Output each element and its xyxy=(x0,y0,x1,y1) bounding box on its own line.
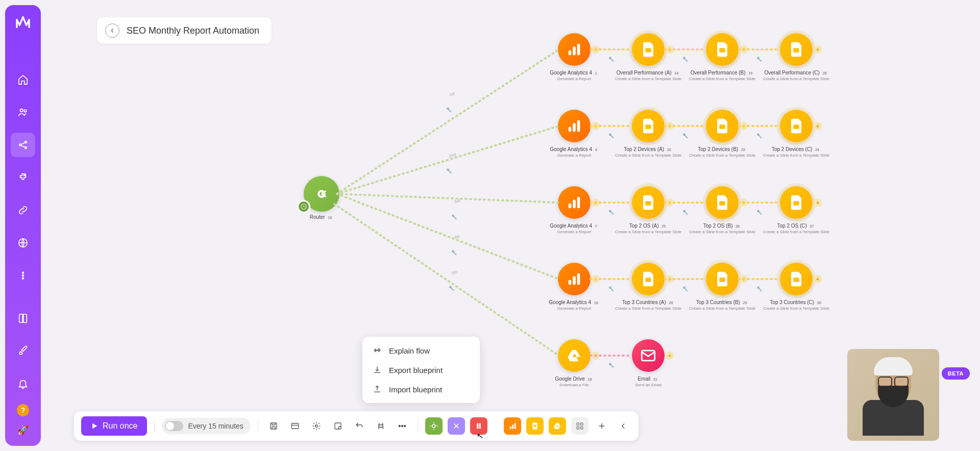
google-slides-module[interactable] xyxy=(706,186,739,219)
google-analytics-module[interactable] xyxy=(558,110,591,142)
app-favorites[interactable] xyxy=(571,417,589,435)
wrench-icmapper-icon[interactable]: 🔧 xyxy=(682,57,688,62)
google-slides-module[interactable] xyxy=(780,263,813,295)
more-options-button[interactable] xyxy=(394,418,410,434)
wrench-icmapper-icon[interactable]: 🔧 xyxy=(608,286,614,291)
wrench-icmapper-icon[interactable]: 🔧 xyxy=(446,168,452,173)
menu-explain-flow[interactable]: Explain flow xyxy=(362,341,480,360)
google-analytics-module[interactable] xyxy=(558,186,591,219)
menu-export-blueprint[interactable]: Export blueprint xyxy=(362,360,480,380)
sidebar: ? 🚀 xyxy=(5,5,41,446)
undo-button[interactable] xyxy=(351,418,368,434)
wrench-icmapper-icon[interactable]: 🔧 xyxy=(756,286,762,291)
wrench-icmapper-icon[interactable]: 🔧 xyxy=(756,210,762,215)
svg-rect-46 xyxy=(719,201,725,206)
google-slides-module[interactable] xyxy=(780,33,813,66)
add-module-button[interactable]: + xyxy=(814,275,822,283)
email-module[interactable] xyxy=(632,339,665,372)
connections xyxy=(46,5,975,446)
nav-launch[interactable] xyxy=(11,339,35,363)
nav-home[interactable] xyxy=(11,67,35,92)
nav-users[interactable] xyxy=(11,100,35,124)
wrench-icmapper-icon[interactable]: 🔧 xyxy=(682,210,688,215)
help-icon[interactable]: ? xyxy=(17,404,29,416)
nav-connections[interactable] xyxy=(11,198,35,222)
add-module-button[interactable]: + xyxy=(740,45,748,54)
add-module-button[interactable]: + xyxy=(592,352,600,360)
google-drive-module[interactable] xyxy=(558,339,591,372)
wrench-icmapper-icon[interactable]: 🔧 xyxy=(682,133,688,138)
google-slides-module[interactable] xyxy=(706,110,739,142)
google-slides-module[interactable] xyxy=(632,186,665,219)
add-module-button[interactable]: + xyxy=(740,198,748,207)
wrench-icmapper-icon[interactable]: 🔧 xyxy=(446,107,452,112)
wrench-icmapper-icon[interactable]: 🔧 xyxy=(756,133,762,138)
logo[interactable] xyxy=(14,13,32,32)
wrench-icmapper-icon[interactable]: 🔧 xyxy=(608,210,614,215)
add-module-button[interactable]: + xyxy=(666,352,674,360)
upgrade-icon[interactable]: 🚀 xyxy=(17,424,29,436)
nav-webhooks[interactable] xyxy=(11,231,35,255)
notes-button[interactable] xyxy=(330,418,346,434)
collapse-toolbar-button[interactable] xyxy=(615,418,631,434)
wrench-icmapper-icon[interactable]: 🔧 xyxy=(608,133,614,138)
settings-button[interactable] xyxy=(308,418,325,434)
add-module-button[interactable]: + xyxy=(666,45,674,54)
svg-rect-33 xyxy=(645,48,651,53)
schedule-toggle[interactable] xyxy=(165,421,183,431)
auto-align-button[interactable] xyxy=(373,418,389,434)
schedule-pill[interactable]: Every 15 minutes xyxy=(162,418,251,434)
google-slides-module[interactable] xyxy=(706,263,739,295)
run-once-button[interactable]: Run once xyxy=(81,416,147,436)
wrench-icmapper-icon[interactable]: 🔧 xyxy=(756,57,762,62)
nav-apps[interactable] xyxy=(11,165,35,190)
menu-import-blueprint[interactable]: Import blueprint xyxy=(362,380,480,399)
add-module-button[interactable]: + xyxy=(666,198,674,207)
wrench-icmapper-icon[interactable]: 🔧 xyxy=(451,214,457,219)
app-google-slides[interactable] xyxy=(526,417,544,435)
google-slides-module[interactable] xyxy=(632,263,665,295)
add-module-button[interactable]: + xyxy=(592,45,600,54)
wrench-icmapper-icon[interactable]: 🔧 xyxy=(608,363,614,368)
google-slides-module[interactable] xyxy=(780,186,813,219)
add-module-button[interactable]: + xyxy=(666,122,674,130)
nav-scenarios[interactable] xyxy=(11,133,35,157)
app-google-analytics[interactable] xyxy=(504,417,521,435)
google-analytics-module[interactable] xyxy=(558,33,591,66)
add-module-button[interactable]: + xyxy=(592,122,600,130)
add-module-button[interactable]: + xyxy=(592,198,600,207)
scenario-title[interactable]: SEO Monthly Report Automation xyxy=(127,26,259,36)
save-button[interactable] xyxy=(265,418,282,434)
google-slides-module[interactable] xyxy=(780,110,813,142)
clock-icon[interactable] xyxy=(297,200,310,213)
app-google-drive[interactable] xyxy=(549,417,566,435)
back-button[interactable] xyxy=(105,23,119,38)
nav-docs[interactable] xyxy=(11,306,35,331)
add-module-button[interactable]: + xyxy=(814,45,822,54)
google-slides-module[interactable] xyxy=(706,33,739,66)
scenario-canvas[interactable]: Router 16Google Analytics 4 1Generate a … xyxy=(46,5,975,446)
svg-rect-42 xyxy=(569,203,572,208)
add-module-button[interactable]: + xyxy=(740,275,748,283)
add-module-button[interactable]: + xyxy=(666,275,674,283)
wrench-icmapper-icon[interactable]: 🔧 xyxy=(449,286,454,291)
svg-rect-70 xyxy=(577,427,579,430)
google-slides-module[interactable] xyxy=(632,33,665,66)
nav-notifications[interactable] xyxy=(11,371,35,396)
wrench-icmapper-icon[interactable]: 🔧 xyxy=(451,250,457,255)
add-app-button[interactable] xyxy=(594,418,610,434)
tool-tools[interactable] xyxy=(448,417,465,435)
google-slides-module[interactable] xyxy=(632,110,665,142)
controls-button[interactable] xyxy=(287,418,303,434)
add-module-button[interactable]: + xyxy=(814,122,822,130)
google-analytics-module[interactable] xyxy=(558,263,591,295)
svg-rect-63 xyxy=(509,427,511,429)
wrench-icmapper-icon[interactable]: 🔧 xyxy=(608,57,614,62)
add-module-button[interactable]: + xyxy=(814,198,822,207)
add-module-button[interactable]: + xyxy=(740,122,748,130)
nav-more[interactable] xyxy=(11,263,35,288)
tool-router[interactable] xyxy=(425,417,443,435)
wrench-icmapper-icon[interactable]: 🔧 xyxy=(682,286,688,291)
svg-rect-31 xyxy=(573,46,576,55)
add-module-button[interactable]: + xyxy=(592,275,600,283)
